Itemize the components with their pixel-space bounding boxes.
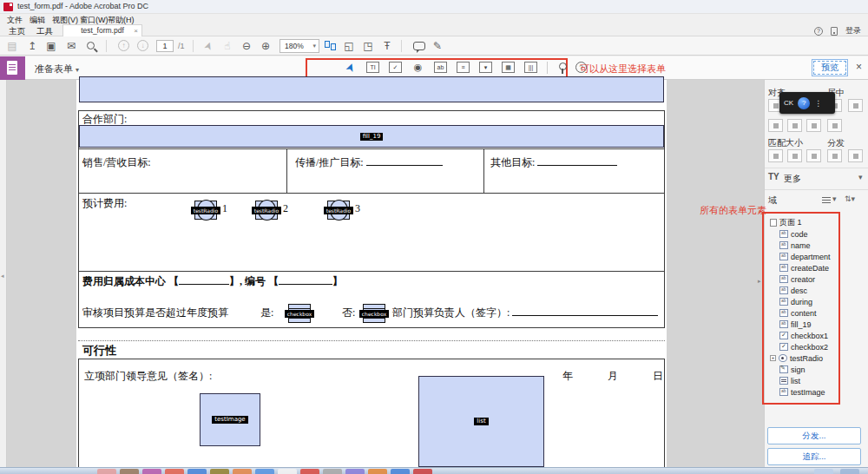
- taskbar-app-icon[interactable]: [323, 469, 342, 474]
- match-width-icon[interactable]: [768, 149, 783, 162]
- taskbar-app-icon[interactable]: [413, 469, 432, 474]
- chevron-down-icon[interactable]: ▾: [832, 194, 837, 203]
- distribute-horizontal-icon[interactable]: [827, 149, 842, 162]
- checkbox-field-yes[interactable]: checkbox: [288, 304, 311, 323]
- help-icon[interactable]: ?: [814, 27, 823, 36]
- fit-page-icon[interactable]: ◱: [342, 39, 356, 53]
- field-tree-item[interactable]: createDate: [770, 262, 857, 273]
- field-tree-item[interactable]: sign: [770, 364, 857, 375]
- combo-box-tool-icon[interactable]: ab: [434, 62, 447, 73]
- distribute-button[interactable]: 分发...: [767, 427, 861, 444]
- expander-icon[interactable]: +: [770, 355, 776, 361]
- tab-close-icon[interactable]: ×: [134, 25, 138, 36]
- taskbar-app-icon[interactable]: [300, 469, 319, 474]
- chevron-down-icon[interactable]: ▾: [858, 173, 863, 181]
- field-tree-item[interactable]: department: [770, 251, 857, 262]
- checkbox-tool-icon[interactable]: ✓: [389, 62, 402, 73]
- taskbar-app-icon[interactable]: [187, 469, 207, 474]
- taskbar-app-icon[interactable]: [142, 469, 161, 474]
- taskbar-app-icon[interactable]: [814, 469, 833, 474]
- list-field[interactable]: list: [418, 376, 544, 467]
- sign-in-link[interactable]: 登录: [845, 25, 861, 36]
- barcode-tool-icon[interactable]: |||: [524, 62, 537, 73]
- page-scrolling-icon[interactable]: [325, 41, 337, 51]
- taskbar-app-icon[interactable]: [278, 469, 297, 474]
- page-down-icon[interactable]: ↓: [137, 40, 148, 51]
- preview-button[interactable]: 预览: [812, 59, 848, 76]
- close-prepare-form-icon[interactable]: ×: [856, 61, 862, 73]
- match-height-icon[interactable]: [787, 149, 802, 162]
- checkbox-field-no[interactable]: checkbox: [363, 304, 385, 323]
- dropdown-tool-icon[interactable]: ▾: [479, 62, 492, 73]
- page-up-icon[interactable]: ↑: [118, 40, 129, 51]
- image-field-tool-icon[interactable]: ▦: [502, 62, 515, 73]
- taskbar-app-icon[interactable]: [165, 469, 184, 474]
- center-vertical-icon[interactable]: [848, 99, 863, 112]
- taskbar-app-icon[interactable]: [233, 469, 252, 474]
- pencil-icon[interactable]: ✎: [431, 39, 444, 53]
- taskbar-app-icon[interactable]: [840, 469, 859, 474]
- sort-order-icon[interactable]: ⇅▾: [845, 194, 855, 203]
- measure-icon[interactable]: Ŧ: [380, 39, 394, 53]
- windows-taskbar[interactable]: [0, 467, 868, 474]
- page-number-input[interactable]: 1: [156, 40, 174, 52]
- field-tree-item[interactable]: list: [770, 375, 857, 386]
- taskbar-app-icon[interactable]: [210, 469, 229, 474]
- radio-field-3[interactable]: testRadio: [327, 201, 350, 220]
- field-tree-item[interactable]: checkbox2: [770, 341, 857, 352]
- form-field-fill19[interactable]: fill_19: [79, 125, 664, 148]
- prepare-form-mode-dropdown[interactable]: 准备表单 ▾: [35, 63, 79, 76]
- field-tree-item[interactable]: fill_19: [770, 319, 857, 330]
- zoom-in-icon[interactable]: ⊕: [259, 39, 273, 53]
- field-tree-item[interactable]: during: [770, 296, 857, 307]
- fit-width-icon[interactable]: ◳: [361, 39, 375, 53]
- taskbar-app-icon[interactable]: [391, 469, 410, 474]
- taskbar-app-icon[interactable]: [345, 469, 365, 474]
- zoom-level-select[interactable]: 180% ▾: [279, 39, 319, 53]
- taskbar-app-icon[interactable]: [120, 469, 139, 474]
- comment-icon[interactable]: [413, 42, 425, 50]
- field-tree-item[interactable]: code: [770, 228, 857, 240]
- radio-field-2[interactable]: testRadio: [255, 201, 278, 220]
- radio-button-tool-icon[interactable]: ◉: [411, 62, 424, 73]
- list-view-icon[interactable]: [822, 197, 831, 204]
- save-icon[interactable]: ▤: [5, 39, 19, 53]
- taskbar-app-icon[interactable]: [255, 469, 274, 474]
- field-tree-item[interactable]: desc: [770, 285, 857, 296]
- distribute-vertical-icon[interactable]: [848, 149, 863, 162]
- radio-field-1[interactable]: testRadio: [194, 201, 217, 220]
- zoom-out-icon[interactable]: ⊖: [240, 39, 253, 53]
- field-tree-item[interactable]: creator: [770, 273, 857, 285]
- align-middle-icon[interactable]: [787, 119, 802, 132]
- field-tree-item[interactable]: +testRadio: [770, 352, 857, 364]
- select-tool-icon[interactable]: ➤: [344, 61, 357, 74]
- overlay-menu-icon[interactable]: ⋮: [814, 99, 822, 108]
- tree-page-item[interactable]: 页面 1: [770, 217, 857, 228]
- field-tree-item[interactable]: checkbox1: [770, 330, 857, 341]
- text-field-tool-icon[interactable]: TI: [366, 62, 379, 73]
- form-field-content[interactable]: [79, 76, 664, 102]
- more-section-label[interactable]: 更多: [784, 173, 801, 185]
- match-both-icon[interactable]: [806, 149, 821, 162]
- left-panel-rail[interactable]: ◂: [0, 80, 7, 467]
- taskbar-app-icon[interactable]: [97, 469, 116, 474]
- expand-panel-icon[interactable]: ▸: [758, 278, 761, 285]
- image-field-testImage[interactable]: testImage: [200, 393, 260, 446]
- email-icon[interactable]: ✉: [64, 39, 78, 53]
- align-top-icon[interactable]: [768, 119, 783, 132]
- share-icon[interactable]: ↥: [25, 39, 39, 53]
- hand-tool-icon[interactable]: ☝: [220, 39, 234, 53]
- overlay-ball-icon[interactable]: ?: [798, 97, 810, 109]
- center-both-icon[interactable]: [827, 119, 842, 132]
- track-button[interactable]: 追踪...: [767, 448, 861, 465]
- taskbar-app-icon[interactable]: [368, 469, 387, 474]
- tab-document[interactable]: test_form.pdf ×: [62, 24, 142, 36]
- print-icon[interactable]: ▣: [44, 39, 58, 53]
- list-box-tool-icon[interactable]: ≡: [457, 62, 470, 73]
- search-icon[interactable]: [87, 42, 95, 49]
- field-tree-item[interactable]: testImage: [770, 386, 857, 398]
- align-bottom-icon[interactable]: [806, 119, 821, 132]
- field-tree-item[interactable]: content: [770, 307, 857, 319]
- pin-icon[interactable]: [557, 62, 566, 74]
- field-tree-item[interactable]: name: [770, 240, 857, 251]
